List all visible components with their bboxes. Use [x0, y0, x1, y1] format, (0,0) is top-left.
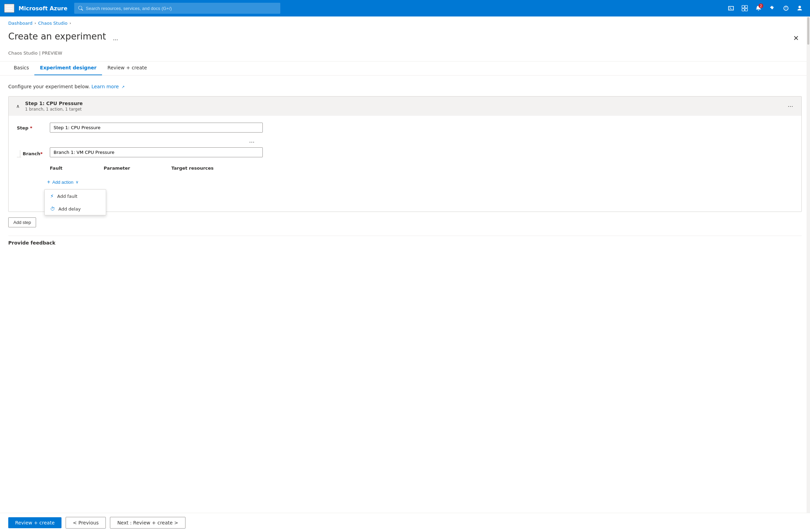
- add-step-button[interactable]: Add step: [8, 217, 36, 227]
- notification-button[interactable]: 2: [752, 2, 765, 14]
- next-button[interactable]: Next : Review + create >: [110, 517, 185, 529]
- fault-header: Fault: [50, 166, 63, 171]
- breadcrumb-dashboard[interactable]: Dashboard: [8, 21, 33, 26]
- add-fault-label: Add fault: [57, 194, 78, 199]
- search-input[interactable]: [86, 6, 277, 11]
- add-action-chevron-icon: ∨: [76, 180, 79, 184]
- step-header-left: ∧ Step 1: CPU Pressure 1 branch, 1 actio…: [14, 101, 83, 112]
- tab-experiment-designer[interactable]: Experiment designer: [34, 61, 102, 75]
- hamburger-menu[interactable]: [4, 4, 14, 13]
- help-icon: [783, 5, 789, 11]
- branch-input[interactable]: [50, 147, 263, 157]
- parameter-header: Parameter: [104, 166, 130, 171]
- search-bar-container: [74, 3, 280, 14]
- settings-button[interactable]: [766, 2, 778, 14]
- step-more-options-button[interactable]: ⋯: [785, 102, 796, 110]
- step-header-info: Step 1: CPU Pressure 1 branch, 1 action,…: [25, 101, 83, 112]
- branch-form-row: Branch *: [17, 147, 793, 157]
- page-header-left: Create an experiment ...: [8, 31, 121, 43]
- add-delay-item[interactable]: ⏱ Add delay: [45, 203, 106, 215]
- add-action-button[interactable]: + Add action ∨: [44, 178, 81, 186]
- user-icon: [797, 5, 803, 11]
- step-card: ∧ Step 1: CPU Pressure 1 branch, 1 actio…: [8, 96, 802, 212]
- add-fault-item[interactable]: ⚡ Add fault: [45, 190, 106, 203]
- breadcrumb-chaos-studio[interactable]: Chaos Studio: [38, 21, 68, 26]
- help-button[interactable]: [780, 2, 792, 14]
- svg-rect-1: [745, 5, 747, 8]
- add-action-plus-icon: +: [47, 179, 50, 185]
- branch-label: Branch *: [17, 147, 44, 157]
- configure-text-label: Configure your experiment below.: [8, 84, 90, 89]
- svg-rect-0: [742, 5, 744, 8]
- content-area: Configure your experiment below. Learn m…: [0, 76, 810, 532]
- portal-icon: [742, 5, 748, 11]
- brand-name: Microsoft Azure: [19, 5, 67, 12]
- step-header: ∧ Step 1: CPU Pressure 1 branch, 1 actio…: [9, 97, 801, 116]
- fault-icon: ⚡: [50, 193, 54, 199]
- scrollbar-thumb: [807, 17, 809, 45]
- breadcrumb: Dashboard › Chaos Studio ›: [0, 16, 810, 29]
- fault-table-headers: Fault Parameter Target resources: [17, 163, 793, 173]
- step-title: Step 1: CPU Pressure: [25, 101, 83, 106]
- provide-feedback: Provide feedback: [8, 236, 802, 250]
- page-title: Create an experiment: [8, 31, 106, 42]
- step-body: Step * ⋯: [9, 116, 801, 212]
- previous-button[interactable]: < Previous: [66, 517, 106, 529]
- add-branch-row: Add branch: [17, 189, 793, 205]
- terminal-icon: [728, 5, 734, 11]
- page-subtitle: Chaos Studio | PREVIEW: [0, 50, 810, 61]
- scrollbar[interactable]: [807, 16, 810, 513]
- tab-review-create[interactable]: Review + create: [102, 61, 153, 75]
- add-action-dropdown: ⚡ Add fault ⏱ Add delay: [44, 189, 106, 215]
- step-form-row: Step *: [17, 123, 793, 133]
- close-button[interactable]: ✕: [790, 31, 802, 45]
- bottom-bar: Review + create < Previous Next : Review…: [0, 513, 810, 532]
- delay-icon: ⏱: [50, 206, 55, 212]
- page-header: Create an experiment ... ✕: [0, 29, 810, 50]
- configure-text: Configure your experiment below. Learn m…: [8, 84, 802, 89]
- add-delay-label: Add delay: [58, 206, 81, 212]
- terminal-icon-button[interactable]: [725, 2, 737, 14]
- step-collapse-button[interactable]: ∧: [14, 103, 22, 110]
- settings-icon: [769, 5, 775, 11]
- learn-more-link[interactable]: Learn more ↗: [91, 84, 125, 89]
- branch-label-text: Branch: [23, 151, 40, 156]
- main-container: Dashboard › Chaos Studio › Create an exp…: [0, 16, 810, 532]
- external-link-icon: ↗: [121, 85, 124, 89]
- svg-rect-2: [742, 9, 744, 11]
- portal-icon-button[interactable]: [739, 2, 751, 14]
- page-more-options-button[interactable]: ...: [110, 33, 121, 43]
- notification-badge: 2: [758, 3, 763, 8]
- breadcrumb-separator-1: ›: [35, 21, 36, 25]
- user-button[interactable]: [794, 2, 806, 14]
- breadcrumb-separator-2: ›: [70, 21, 71, 25]
- step-label: Step *: [17, 123, 44, 131]
- tab-basics[interactable]: Basics: [8, 61, 34, 75]
- branch-more-options-button[interactable]: ⋯: [246, 138, 257, 146]
- branch-required-star: *: [40, 151, 43, 156]
- review-create-button[interactable]: Review + create: [8, 517, 61, 528]
- svg-rect-3: [745, 9, 747, 11]
- tabs-container: Basics Experiment designer Review + crea…: [0, 61, 810, 76]
- step-required-star: *: [30, 125, 32, 131]
- nav-icons: 2: [725, 2, 806, 14]
- step-input[interactable]: [50, 123, 263, 133]
- add-action-row: + Add action ∨ ⚡ Add fault ⏱ Add delay: [17, 173, 81, 189]
- search-icon: [78, 6, 83, 11]
- target-resources-header: Target resources: [171, 166, 214, 171]
- top-navigation: Microsoft Azure 2: [0, 0, 810, 16]
- step-meta: 1 branch, 1 action, 1 target: [25, 107, 83, 112]
